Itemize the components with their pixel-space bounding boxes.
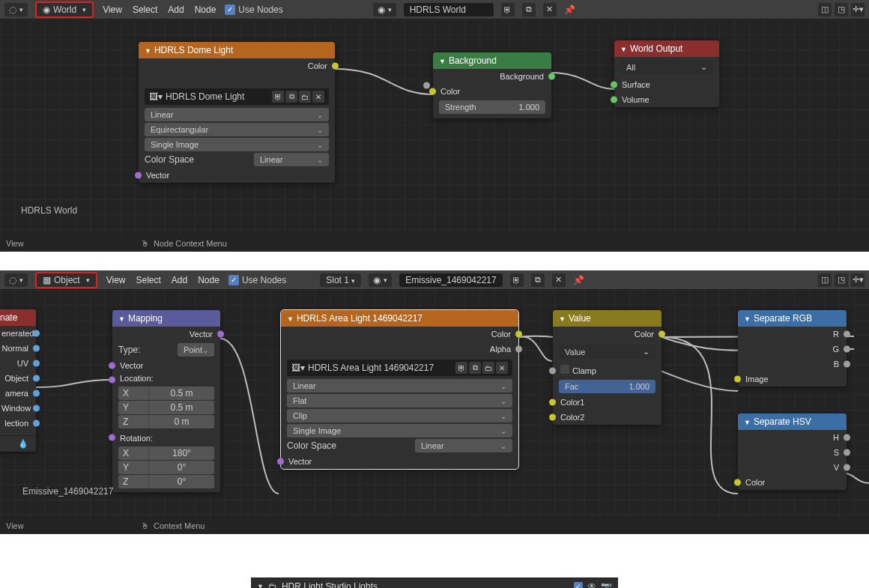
tool-icon-1[interactable]: ◫ [818, 3, 832, 16]
node-background[interactable]: ▼Background Background Color Strength1.0… [433, 52, 551, 118]
statusbar-bottom: View 🖱Context Menu [0, 518, 869, 534]
use-nodes-checkbox[interactable]: ✓Use Nodes [228, 275, 286, 285]
target-dropdown[interactable]: All⌄ [620, 60, 713, 74]
material-name-field[interactable]: Emissive_1469042217 [399, 273, 502, 287]
interpolation-dropdown[interactable]: Linear⌄ [145, 108, 329, 121]
node-separate-hsv[interactable]: ▼Separate HSV H S V Color [738, 413, 847, 490]
topbar-object: ◌▾ ▦ Object ▾ View Select Add Node ✓Use … [0, 270, 869, 290]
editor-type-dropdown[interactable]: ◌▾ [4, 273, 28, 287]
editor-type-dropdown[interactable]: ◌▾ [4, 3, 28, 16]
extension-dropdown[interactable]: Clip⌄ [287, 409, 512, 422]
node-texture-coordinate[interactable]: nate enerated Normal UV Object amera Win… [0, 309, 36, 452]
socket-vector-out: Vector [112, 327, 220, 342]
unlink-icon[interactable]: ✕ [552, 273, 566, 287]
loc-y[interactable]: Y0.5 m [118, 401, 214, 414]
node-world-output[interactable]: ▼World Output All⌄ Surface Volume [614, 40, 719, 107]
socket-color-in: Color [738, 475, 847, 490]
projection-dropdown[interactable]: Equirectangular⌄ [145, 123, 329, 136]
menu-select[interactable]: Select [131, 4, 159, 15]
snap-icon[interactable]: ✛▾ [851, 3, 865, 16]
exclude-checkbox[interactable]: ✓ [574, 582, 583, 588]
clamp-checkbox[interactable]: Clamp [553, 362, 661, 378]
image-name-field[interactable]: 🖼▾ HDRLS Dome Light ⛨⧉🗀✕ [145, 88, 329, 105]
menu-add[interactable]: Add [170, 275, 189, 285]
shader-type-dropdown[interactable]: ▦ Object ▾ [35, 272, 97, 288]
interpolation-dropdown[interactable]: Linear⌄ [287, 379, 512, 392]
visibility-icon[interactable]: 👁 [587, 581, 596, 588]
eyedropper-icon[interactable]: 💧 [0, 435, 36, 452]
fake-user-icon[interactable]: ⛨ [455, 362, 467, 374]
unlink-icon[interactable]: ✕ [496, 362, 508, 374]
node-separate-rgb[interactable]: ▼Separate RGB R G B Image [738, 310, 847, 387]
use-nodes-checkbox[interactable]: ✓Use Nodes [225, 4, 282, 15]
loc-x[interactable]: X0.5 m [118, 387, 214, 400]
menu-node[interactable]: Node [193, 4, 218, 15]
render-icon[interactable]: 📷 [601, 581, 612, 588]
colorspace-dropdown[interactable]: Linear⌄ [254, 153, 329, 166]
rot-y[interactable]: Y0° [118, 461, 214, 474]
pin-icon[interactable]: 📌 [573, 275, 584, 285]
tool-icon-2[interactable]: ◳ [835, 273, 848, 287]
source-dropdown[interactable]: Single Image⌄ [287, 424, 512, 437]
outliner-row-group[interactable]: ▼🗀 HDR Light Studio Lights ✓ 👁 📷 [251, 578, 618, 588]
shader-editor-object: ◌▾ ▦ Object ▾ View Select Add Node ✓Use … [0, 270, 869, 534]
socket-surface-in: Surface [614, 77, 719, 92]
fake-user-icon[interactable]: ⛨ [501, 3, 515, 16]
image-name-field[interactable]: 🖼▾ HDRLS Area Light 1469042217 ⛨⧉🗀✕ [287, 360, 512, 376]
fake-user-icon[interactable]: ⛨ [272, 91, 284, 103]
menu-add[interactable]: Add [166, 4, 185, 15]
socket-color-out: Color [139, 58, 335, 73]
node-mapping[interactable]: ▼Mapping Vector Type: Point⌄ Vector Loca… [112, 310, 220, 492]
socket-camera: amera [0, 386, 36, 401]
socket-reflection: lection [0, 416, 36, 431]
blend-type-dropdown[interactable]: Value⌄ [559, 345, 655, 359]
duplicate-icon[interactable]: ⧉ [285, 91, 297, 103]
image-icon: 🖼▾ [291, 363, 305, 373]
menu-node[interactable]: Node [196, 275, 221, 285]
socket-vector-in: Vector [139, 168, 335, 183]
world-browse-icon[interactable]: ◉▾ [373, 3, 396, 16]
socket-color-in: Color [433, 84, 551, 99]
duplicate-icon[interactable]: ⧉ [469, 362, 481, 374]
duplicate-icon[interactable]: ⧉ [522, 3, 536, 16]
duplicate-icon[interactable]: ⧉ [531, 273, 545, 287]
menu-view[interactable]: View [101, 4, 124, 15]
source-dropdown[interactable]: Single Image⌄ [145, 138, 329, 151]
socket-color1-in: Color1 [553, 395, 661, 410]
strength-field[interactable]: Strength1.000 [439, 100, 545, 114]
loc-z[interactable]: Z0 m [118, 415, 214, 428]
unlink-icon[interactable]: ✕ [312, 91, 324, 103]
node-hdrls-dome-light[interactable]: ▼HDRLS Dome Light Color 🖼▾ HDRLS Dome Li… [139, 42, 335, 183]
fake-user-icon[interactable]: ⛨ [510, 273, 524, 287]
material-browse-icon[interactable]: ◉▾ [369, 273, 392, 287]
projection-dropdown[interactable]: Flat⌄ [287, 394, 512, 407]
collection-name: HDR Light Studio Lights [282, 581, 378, 588]
shader-type-dropdown[interactable]: ◉ World ▾ [35, 1, 94, 18]
rot-x[interactable]: X180° [118, 446, 214, 460]
fac-field[interactable]: Fac1.000 [559, 380, 655, 393]
node-mix-value[interactable]: ▼Value Color Value⌄ Clamp Fac1.000 Color… [553, 310, 661, 425]
tool-icon-1[interactable]: ◫ [818, 273, 832, 287]
pin-icon[interactable]: 📌 [564, 4, 575, 15]
statusbar-context: Node Context Menu [154, 239, 227, 248]
slot-dropdown[interactable]: Slot 1 ▾ [320, 273, 361, 287]
tool-icon-2[interactable]: ◳ [835, 3, 848, 16]
statusbar-context: Context Menu [154, 521, 205, 530]
rot-z[interactable]: Z0° [118, 475, 214, 488]
node-canvas-object[interactable]: nate enerated Normal UV Object amera Win… [0, 290, 869, 518]
statusbar-view[interactable]: View [6, 239, 36, 248]
node-canvas-world[interactable]: ▼HDRLS Dome Light Color 🖼▾ HDRLS Dome Li… [0, 19, 869, 235]
world-name-field[interactable]: HDRLS World [404, 3, 494, 16]
colorspace-dropdown[interactable]: Linear⌄ [415, 439, 512, 452]
open-icon[interactable]: 🗀 [482, 362, 494, 374]
menu-select[interactable]: Select [134, 275, 162, 285]
menu-view[interactable]: View [105, 275, 127, 285]
statusbar-view[interactable]: View [6, 521, 36, 530]
image-icon: 🖼▾ [149, 91, 163, 102]
unlink-icon[interactable]: ✕ [543, 3, 557, 16]
node-hdrls-area-light[interactable]: ▼HDRLS Area Light 1469042217 Color Alpha… [281, 310, 518, 469]
snap-icon[interactable]: ✛▾ [851, 273, 865, 287]
type-dropdown[interactable]: Point⌄ [178, 343, 214, 357]
open-icon[interactable]: 🗀 [299, 91, 311, 103]
mouse-icon: 🖱 [141, 239, 149, 248]
